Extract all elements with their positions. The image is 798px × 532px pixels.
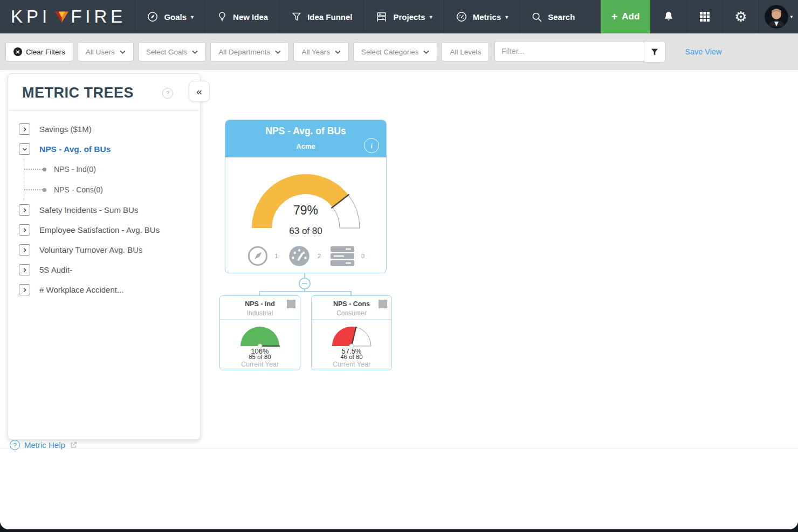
tree-item-label: NPS - Ind(0) [54,165,96,174]
tree-item-nps-cons[interactable]: NPS - Cons(0) [24,179,190,200]
panel-title: METRIC TREES [22,85,134,101]
node-dot-icon [43,168,46,171]
notifications-button[interactable] [650,0,686,33]
gauge-chart [225,164,387,230]
nav-projects[interactable]: Projects ▾ [363,0,443,33]
clear-filters-button[interactable]: ✕ Clear Filters [5,42,73,61]
card-select-square[interactable] [287,300,295,308]
tree-item-employee-satisfaction[interactable]: Employee Satisfaction - Avg. BUs [19,220,190,240]
expand-button[interactable] [19,204,30,216]
card-header: NPS - Cons Consumer [312,296,391,320]
grid-icon [698,10,711,23]
help-icon[interactable]: ? [162,88,173,99]
collapse-panel-button[interactable]: « [189,81,210,102]
help-circle-icon: ? [10,440,20,450]
chevron-down-icon [423,50,429,54]
tree-item-label: Savings ($1M) [39,125,92,134]
all-departments-dropdown[interactable]: All Departments [210,42,289,61]
tree-item-label: Voluntary Turnover Avg. BUs [39,245,143,254]
chevron-down-icon [22,147,27,152]
chevron-down-icon: ▾ [790,14,793,19]
expand-button[interactable] [19,224,30,236]
count-value: 2 [318,253,321,259]
app-window: KPI FIRE Goals ▾ New Idea [0,0,798,529]
chevron-right-icon [22,127,27,132]
info-button[interactable]: i [364,138,379,153]
all-levels-button[interactable]: All Levels [442,42,489,61]
nav-label: Metrics [473,12,501,22]
nav-metrics[interactable]: Metrics ▾ [444,0,520,33]
lightbulb-icon [217,11,228,23]
metric-tree-list: Savings ($1M) NPS - Avg. of BUs NPS - In… [8,110,200,300]
gauge-detail: 63 of 80 [225,226,386,237]
metrics-count[interactable]: 2 [287,244,321,268]
all-users-dropdown[interactable]: All Users [78,42,134,61]
select-categories-dropdown[interactable]: Select Categories [353,42,438,61]
gauge-chart [327,323,376,348]
clear-filters-label: Clear Filters [26,48,65,56]
metric-card-nps-ind[interactable]: NPS - Ind Industrial 106% 85 of 80 Curre… [219,295,300,370]
expand-button[interactable] [19,244,30,255]
chevron-right-icon [22,287,27,293]
navbar-spacer [586,0,601,33]
chevron-down-icon [275,50,281,54]
filter-input[interactable] [494,41,644,61]
metric-card-nps-cons[interactable]: NPS - Cons Consumer 57.5% 46 of 80 Curre… [311,295,392,370]
metric-help-link[interactable]: ? Metric Help [10,440,78,450]
card-subtitle: Acme [225,142,386,150]
tree-item-savings[interactable]: Savings ($1M) [19,119,190,139]
dropdown-label: All Users [86,48,115,56]
settings-button[interactable]: ⚙ [723,0,759,33]
add-button[interactable]: + Add [601,0,650,33]
nav-idea-funnel[interactable]: Idea Funnel [279,0,363,33]
select-goals-dropdown[interactable]: Select Goals [138,42,207,61]
expand-button[interactable] [19,123,30,135]
apps-grid-button[interactable] [686,0,723,33]
collapse-button[interactable] [19,143,30,155]
chevron-down-icon [120,50,126,54]
nav-new-idea[interactable]: New Idea [205,0,279,33]
expand-button[interactable] [19,264,30,275]
tree-item-voluntary-turnover[interactable]: Voluntary Turnover Avg. BUs [19,240,190,260]
goals-count[interactable]: 1 [247,245,278,267]
metric-help-label: Metric Help [24,440,65,450]
datasets-count[interactable]: 0 [330,245,364,267]
tree-item-label: # Workplace Accident... [39,285,123,294]
tree-item-label: Safety Incidents - Sum BUs [39,205,138,215]
all-years-dropdown[interactable]: All Years [293,42,349,61]
tree-item-nps-ind[interactable]: NPS - Ind(0) [24,159,190,179]
tree-item-5s-audit[interactable]: 5S Audit- [19,260,190,280]
tree-children: NPS - Ind(0) NPS - Cons(0) [24,159,190,200]
logo-text-fire: FIRE [71,6,126,27]
card-subtitle: Industrial [220,309,300,317]
panel-header: METRIC TREES ? [9,74,199,110]
tree-item-nps-avg[interactable]: NPS - Avg. of BUs [19,139,190,159]
info-icon: i [370,141,373,150]
metric-card-nps-avg[interactable]: NPS - Avg. of BUs Acme i 79% 63 of 80 1 [225,120,387,273]
apply-filter-button[interactable] [644,41,665,63]
chevron-right-icon [22,208,27,213]
funnel-filled-icon [650,47,659,57]
nav-goals[interactable]: Goals ▾ [135,0,205,33]
compass-icon [247,245,269,267]
dropdown-label: All Years [301,48,330,56]
dropdown-label: All Levels [450,48,481,56]
kpifire-logo[interactable]: KPI FIRE [0,0,135,33]
card-header: NPS - Avg. of BUs Acme i [225,120,386,157]
user-menu[interactable]: ▾ [759,0,798,33]
card-select-square[interactable] [379,300,387,308]
funnel-icon [291,11,302,23]
tree-item-safety-incidents[interactable]: Safety Incidents - Sum BUs [19,200,190,220]
save-view-link[interactable]: Save View [685,47,721,56]
gauge-detail: 85 of 80 [220,354,300,361]
tree-item-workplace-accident[interactable]: # Workplace Accident... [19,280,190,300]
dotted-connector [24,169,43,170]
logo-text-kpi: KPI [11,6,51,27]
chevron-right-icon [22,247,27,253]
tree-item-label: Employee Satisfaction - Avg. BUs [39,225,160,234]
dropdown-label: All Departments [218,48,270,56]
count-value: 0 [361,253,364,259]
node-dot-icon [43,188,46,192]
expand-button[interactable] [19,284,30,295]
nav-search[interactable]: Search [519,0,586,33]
